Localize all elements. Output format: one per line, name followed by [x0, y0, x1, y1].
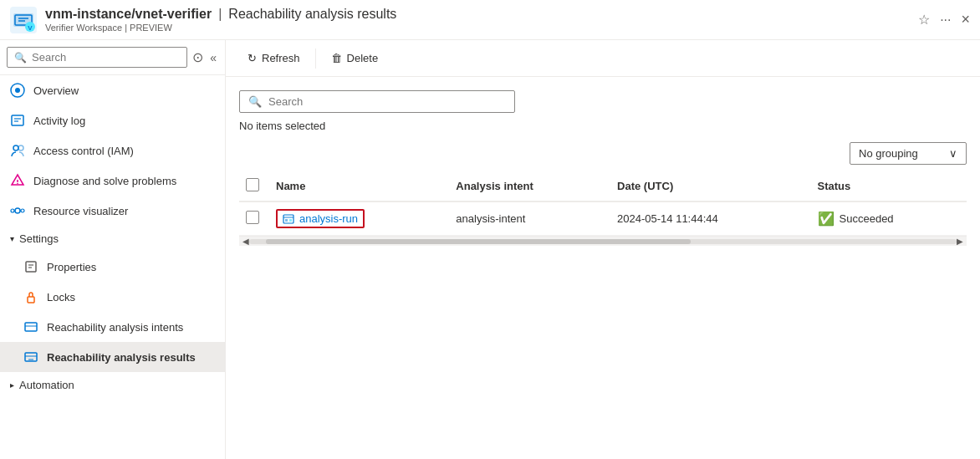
analysis-run-name: analysis-run	[299, 212, 358, 225]
sidebar-nav: Overview Activity log Access control (IA…	[0, 75, 225, 459]
scroll-track[interactable]	[249, 239, 957, 244]
sidebar-item-locks[interactable]: Locks	[0, 282, 225, 312]
sidebar-search-input[interactable]	[32, 51, 180, 64]
svg-point-15	[17, 183, 18, 185]
analysis-run-link[interactable]: analysis-run	[276, 209, 365, 228]
sidebar-item-reachability-intents[interactable]: Reachability analysis intents	[0, 312, 225, 342]
resource-icon: V	[10, 7, 37, 33]
close-icon[interactable]: ×	[961, 11, 970, 28]
content-area: ↻ Refresh 🗑 Delete 🔍 No items selected	[226, 40, 980, 459]
row-checkbox-cell[interactable]	[239, 201, 266, 236]
table-row: analysis-run analysis-intent 2024-05-14 …	[239, 201, 967, 236]
row-intent-cell: analysis-intent	[446, 201, 607, 236]
col-header-intent: Analysis intent	[446, 171, 607, 201]
filter-row: 🔍	[239, 90, 967, 113]
col-header-date: Date (UTC)	[607, 171, 808, 201]
col-header-status: Status	[808, 171, 967, 201]
no-items-text: No items selected	[239, 120, 325, 132]
scroll-thumb[interactable]	[266, 239, 691, 244]
sidebar-item-visualizer[interactable]: Resource visualizer	[0, 196, 225, 226]
svg-rect-21	[26, 262, 36, 272]
horizontal-scrollbar[interactable]: ◀ ▶	[239, 236, 967, 246]
pin-icon[interactable]: ⊙	[191, 48, 205, 67]
svg-point-16	[15, 208, 20, 213]
locks-icon	[23, 289, 38, 304]
reachability-intents-icon	[23, 319, 38, 334]
sidebar-item-properties[interactable]: Properties	[0, 252, 225, 282]
collapse-sidebar-icon[interactable]: «	[208, 49, 218, 66]
title-separator: |	[218, 7, 222, 22]
refresh-label: Refresh	[262, 52, 300, 64]
filter-search-input[interactable]	[268, 95, 506, 108]
favorite-star-icon[interactable]: ☆	[918, 12, 930, 28]
sidebar-item-reachability-results-label: Reachability analysis results	[47, 351, 196, 364]
date-value: 2024-05-14 11:44:44	[617, 212, 718, 225]
table-header-row: Name Analysis intent Date (UTC) Status	[239, 171, 967, 201]
svg-point-8	[15, 88, 20, 93]
filter-search-icon: 🔍	[248, 95, 262, 108]
sidebar-item-diagnose[interactable]: Diagnose and solve problems	[0, 166, 225, 196]
delete-label: Delete	[347, 52, 379, 64]
select-all-checkbox-header[interactable]	[239, 171, 266, 201]
automation-section-header[interactable]: ▸ Automation	[0, 372, 225, 398]
svg-point-18	[21, 209, 24, 212]
scroll-left-icon[interactable]: ◀	[242, 237, 249, 246]
svg-rect-30	[283, 215, 293, 223]
sidebar-item-iam[interactable]: Access control (IAM)	[0, 135, 225, 166]
title-bar-text: vnm-instance/vnet-verifier | Reachabilit…	[45, 7, 918, 33]
page-title: Reachability analysis results	[228, 7, 396, 22]
svg-rect-33	[289, 219, 292, 222]
sidebar-item-reachability-intents-label: Reachability analysis intents	[47, 321, 183, 334]
svg-point-17	[11, 209, 14, 212]
activity-log-icon	[10, 113, 25, 128]
toolbar-divider	[315, 48, 316, 69]
analysis-intent-value: analysis-intent	[456, 212, 525, 225]
select-all-checkbox[interactable]	[246, 178, 259, 191]
svg-rect-9	[12, 115, 23, 125]
refresh-button[interactable]: ↻ Refresh	[239, 47, 309, 69]
row-status-cell: ✅ Succeeded	[808, 201, 967, 236]
row-item-icon	[283, 213, 294, 225]
svg-text:V: V	[28, 23, 33, 31]
grouping-row: No grouping ∨	[239, 142, 967, 165]
sidebar-item-reachability-results[interactable]: Reachability analysis results	[0, 342, 225, 372]
main-layout: 🔍 ⊙ « Overview Activity log	[0, 40, 980, 459]
visualizer-icon	[10, 203, 25, 218]
svg-rect-24	[28, 297, 34, 303]
sidebar-search-box[interactable]: 🔍	[7, 47, 187, 68]
col-header-name: Name	[266, 171, 446, 201]
properties-icon	[23, 259, 38, 274]
filter-search-box[interactable]: 🔍	[239, 90, 515, 113]
settings-chevron-icon: ▾	[10, 234, 14, 243]
sidebar-item-activity-log[interactable]: Activity log	[0, 105, 225, 135]
sidebar-item-properties-label: Properties	[47, 261, 96, 273]
grouping-dropdown[interactable]: No grouping ∨	[850, 142, 967, 165]
delete-button[interactable]: 🗑 Delete	[323, 47, 387, 69]
resource-path: vnm-instance/vnet-verifier	[45, 7, 212, 22]
settings-section-header[interactable]: ▾ Settings	[0, 226, 225, 252]
sidebar-item-locks-label: Locks	[47, 291, 75, 303]
sidebar-search-row: 🔍 ⊙ «	[0, 40, 225, 75]
iam-icon	[10, 143, 25, 158]
sidebar-item-visualizer-label: Resource visualizer	[33, 205, 128, 217]
results-table: Name Analysis intent Date (UTC) Status	[239, 171, 967, 236]
grouping-label: No grouping	[859, 147, 918, 160]
row-date-cell: 2024-05-14 11:44:44	[607, 201, 808, 236]
scroll-right-icon[interactable]: ▶	[957, 237, 963, 246]
title-bar: V vnm-instance/vnet-verifier | Reachabil…	[0, 0, 980, 40]
sidebar-item-overview[interactable]: Overview	[0, 75, 225, 105]
row-checkbox[interactable]	[246, 211, 259, 224]
reachability-results-icon	[23, 349, 38, 365]
status-label: Succeeded	[840, 212, 894, 225]
content-inner: 🔍 No items selected No grouping ∨	[226, 77, 980, 459]
sidebar-item-diagnose-label: Diagnose and solve problems	[33, 175, 176, 187]
row-name-cell: analysis-run	[266, 201, 446, 236]
overview-icon	[10, 83, 25, 98]
svg-rect-25	[25, 323, 37, 331]
svg-point-13	[18, 145, 23, 150]
sidebar-item-activity-log-label: Activity log	[33, 115, 85, 127]
sidebar-item-iam-label: Access control (IAM)	[33, 145, 134, 157]
more-options-icon[interactable]: ···	[940, 13, 951, 28]
succeeded-check-icon: ✅	[818, 211, 835, 227]
sidebar-item-overview-label: Overview	[33, 84, 79, 97]
